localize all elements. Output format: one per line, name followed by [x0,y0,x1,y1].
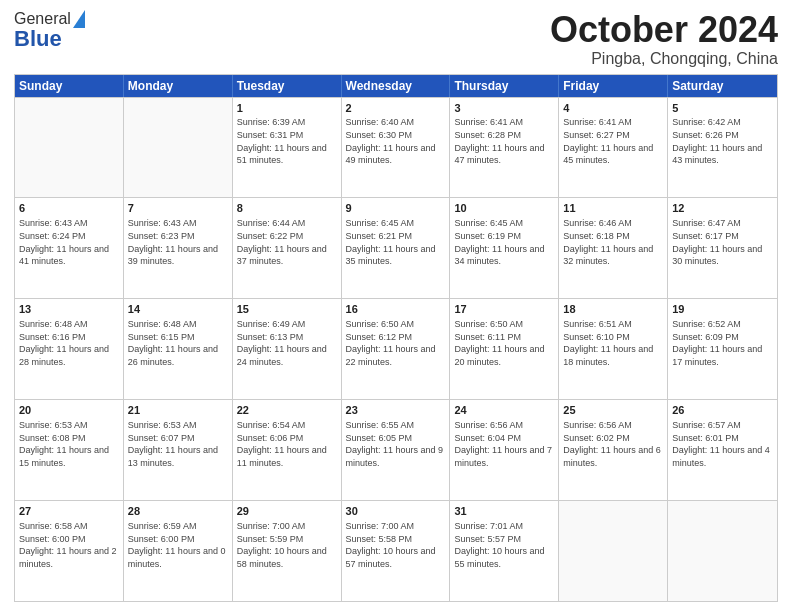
cal-week-1: 1Sunrise: 6:39 AM Sunset: 6:31 PM Daylig… [15,97,777,198]
cal-cell: 31Sunrise: 7:01 AM Sunset: 5:57 PM Dayli… [450,501,559,601]
cal-day-number: 16 [346,302,446,317]
cal-day-info: Sunrise: 6:44 AM Sunset: 6:22 PM Dayligh… [237,217,337,267]
cal-day-info: Sunrise: 6:43 AM Sunset: 6:23 PM Dayligh… [128,217,228,267]
cal-cell: 28Sunrise: 6:59 AM Sunset: 6:00 PM Dayli… [124,501,233,601]
cal-day-info: Sunrise: 6:45 AM Sunset: 6:21 PM Dayligh… [346,217,446,267]
logo-triangle-icon [73,10,85,28]
cal-cell: 6Sunrise: 6:43 AM Sunset: 6:24 PM Daylig… [15,198,124,298]
cal-cell: 10Sunrise: 6:45 AM Sunset: 6:19 PM Dayli… [450,198,559,298]
cal-cell [124,98,233,198]
cal-cell: 25Sunrise: 6:56 AM Sunset: 6:02 PM Dayli… [559,400,668,500]
cal-day-info: Sunrise: 6:57 AM Sunset: 6:01 PM Dayligh… [672,419,773,469]
cal-day-number: 7 [128,201,228,216]
cal-day-info: Sunrise: 6:41 AM Sunset: 6:27 PM Dayligh… [563,116,663,166]
cal-day-info: Sunrise: 6:50 AM Sunset: 6:12 PM Dayligh… [346,318,446,368]
cal-day-number: 15 [237,302,337,317]
cal-day-info: Sunrise: 6:49 AM Sunset: 6:13 PM Dayligh… [237,318,337,368]
cal-day-number: 5 [672,101,773,116]
cal-cell: 17Sunrise: 6:50 AM Sunset: 6:11 PM Dayli… [450,299,559,399]
cal-header-saturday: Saturday [668,75,777,97]
cal-day-number: 28 [128,504,228,519]
title-block: October 2024 Pingba, Chongqing, China [550,10,778,68]
cal-day-number: 26 [672,403,773,418]
cal-day-info: Sunrise: 6:56 AM Sunset: 6:02 PM Dayligh… [563,419,663,469]
cal-cell: 23Sunrise: 6:55 AM Sunset: 6:05 PM Dayli… [342,400,451,500]
cal-day-number: 3 [454,101,554,116]
cal-cell [15,98,124,198]
cal-cell: 8Sunrise: 6:44 AM Sunset: 6:22 PM Daylig… [233,198,342,298]
cal-day-info: Sunrise: 7:00 AM Sunset: 5:59 PM Dayligh… [237,520,337,570]
cal-day-number: 4 [563,101,663,116]
cal-day-number: 12 [672,201,773,216]
cal-day-info: Sunrise: 6:59 AM Sunset: 6:00 PM Dayligh… [128,520,228,570]
logo-blue-text: Blue [14,26,62,52]
cal-week-2: 6Sunrise: 6:43 AM Sunset: 6:24 PM Daylig… [15,197,777,298]
cal-day-number: 9 [346,201,446,216]
cal-day-info: Sunrise: 6:46 AM Sunset: 6:18 PM Dayligh… [563,217,663,267]
cal-cell: 20Sunrise: 6:53 AM Sunset: 6:08 PM Dayli… [15,400,124,500]
cal-cell: 29Sunrise: 7:00 AM Sunset: 5:59 PM Dayli… [233,501,342,601]
cal-cell [668,501,777,601]
cal-week-4: 20Sunrise: 6:53 AM Sunset: 6:08 PM Dayli… [15,399,777,500]
cal-day-number: 18 [563,302,663,317]
cal-cell: 16Sunrise: 6:50 AM Sunset: 6:12 PM Dayli… [342,299,451,399]
cal-header-sunday: Sunday [15,75,124,97]
cal-day-number: 27 [19,504,119,519]
cal-day-number: 25 [563,403,663,418]
cal-cell: 24Sunrise: 6:56 AM Sunset: 6:04 PM Dayli… [450,400,559,500]
cal-cell: 14Sunrise: 6:48 AM Sunset: 6:15 PM Dayli… [124,299,233,399]
cal-day-info: Sunrise: 6:40 AM Sunset: 6:30 PM Dayligh… [346,116,446,166]
cal-day-info: Sunrise: 6:52 AM Sunset: 6:09 PM Dayligh… [672,318,773,368]
cal-day-number: 22 [237,403,337,418]
cal-day-info: Sunrise: 7:01 AM Sunset: 5:57 PM Dayligh… [454,520,554,570]
cal-day-number: 1 [237,101,337,116]
cal-cell: 19Sunrise: 6:52 AM Sunset: 6:09 PM Dayli… [668,299,777,399]
logo: General Blue [14,10,85,52]
cal-cell: 7Sunrise: 6:43 AM Sunset: 6:23 PM Daylig… [124,198,233,298]
cal-cell: 30Sunrise: 7:00 AM Sunset: 5:58 PM Dayli… [342,501,451,601]
cal-day-info: Sunrise: 6:45 AM Sunset: 6:19 PM Dayligh… [454,217,554,267]
cal-week-3: 13Sunrise: 6:48 AM Sunset: 6:16 PM Dayli… [15,298,777,399]
cal-day-info: Sunrise: 6:50 AM Sunset: 6:11 PM Dayligh… [454,318,554,368]
cal-day-info: Sunrise: 6:48 AM Sunset: 6:15 PM Dayligh… [128,318,228,368]
calendar-location: Pingba, Chongqing, China [550,50,778,68]
cal-day-number: 17 [454,302,554,317]
calendar-body: 1Sunrise: 6:39 AM Sunset: 6:31 PM Daylig… [15,97,777,601]
cal-cell: 15Sunrise: 6:49 AM Sunset: 6:13 PM Dayli… [233,299,342,399]
cal-day-number: 29 [237,504,337,519]
cal-header-wednesday: Wednesday [342,75,451,97]
cal-day-number: 31 [454,504,554,519]
cal-cell: 2Sunrise: 6:40 AM Sunset: 6:30 PM Daylig… [342,98,451,198]
cal-day-info: Sunrise: 6:47 AM Sunset: 6:17 PM Dayligh… [672,217,773,267]
cal-cell: 13Sunrise: 6:48 AM Sunset: 6:16 PM Dayli… [15,299,124,399]
cal-cell: 3Sunrise: 6:41 AM Sunset: 6:28 PM Daylig… [450,98,559,198]
cal-cell: 11Sunrise: 6:46 AM Sunset: 6:18 PM Dayli… [559,198,668,298]
cal-day-number: 6 [19,201,119,216]
header: General Blue October 2024 Pingba, Chongq… [14,10,778,68]
cal-day-info: Sunrise: 6:55 AM Sunset: 6:05 PM Dayligh… [346,419,446,469]
cal-day-number: 21 [128,403,228,418]
cal-day-info: Sunrise: 6:39 AM Sunset: 6:31 PM Dayligh… [237,116,337,166]
cal-cell: 1Sunrise: 6:39 AM Sunset: 6:31 PM Daylig… [233,98,342,198]
calendar-header-row: SundayMondayTuesdayWednesdayThursdayFrid… [15,75,777,97]
cal-day-number: 20 [19,403,119,418]
cal-day-info: Sunrise: 6:48 AM Sunset: 6:16 PM Dayligh… [19,318,119,368]
cal-day-number: 13 [19,302,119,317]
cal-cell: 12Sunrise: 6:47 AM Sunset: 6:17 PM Dayli… [668,198,777,298]
cal-day-number: 14 [128,302,228,317]
cal-day-info: Sunrise: 6:54 AM Sunset: 6:06 PM Dayligh… [237,419,337,469]
cal-header-monday: Monday [124,75,233,97]
cal-day-number: 24 [454,403,554,418]
cal-day-info: Sunrise: 6:41 AM Sunset: 6:28 PM Dayligh… [454,116,554,166]
cal-cell: 26Sunrise: 6:57 AM Sunset: 6:01 PM Dayli… [668,400,777,500]
cal-header-friday: Friday [559,75,668,97]
cal-cell: 18Sunrise: 6:51 AM Sunset: 6:10 PM Dayli… [559,299,668,399]
cal-week-5: 27Sunrise: 6:58 AM Sunset: 6:00 PM Dayli… [15,500,777,601]
cal-day-info: Sunrise: 6:53 AM Sunset: 6:08 PM Dayligh… [19,419,119,469]
cal-day-number: 8 [237,201,337,216]
cal-day-info: Sunrise: 6:42 AM Sunset: 6:26 PM Dayligh… [672,116,773,166]
cal-day-number: 30 [346,504,446,519]
cal-day-info: Sunrise: 6:51 AM Sunset: 6:10 PM Dayligh… [563,318,663,368]
cal-cell: 9Sunrise: 6:45 AM Sunset: 6:21 PM Daylig… [342,198,451,298]
cal-day-number: 19 [672,302,773,317]
